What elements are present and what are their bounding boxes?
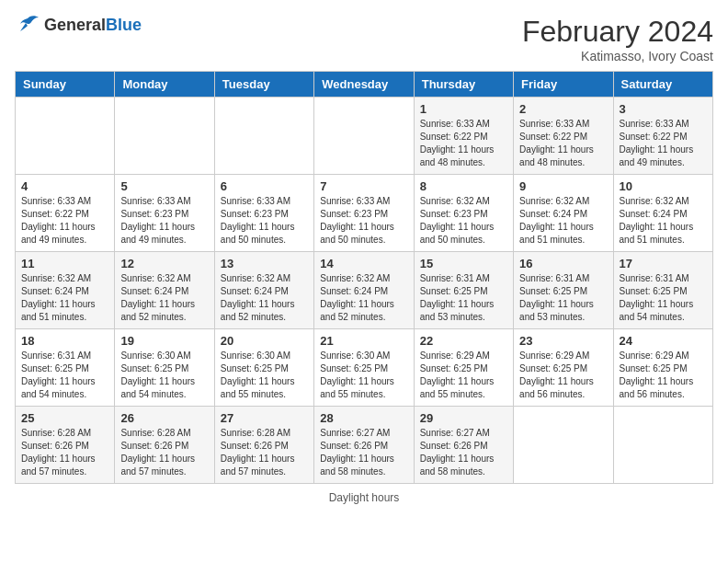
logo-blue: Blue [106, 16, 142, 34]
calendar-cell: 2Sunrise: 6:33 AM Sunset: 6:22 PM Daylig… [514, 98, 613, 175]
days-header-row: SundayMondayTuesdayWednesdayThursdayFrid… [16, 72, 713, 98]
day-detail: Sunrise: 6:28 AM Sunset: 6:26 PM Dayligh… [21, 427, 108, 478]
calendar-cell: 10Sunrise: 6:32 AM Sunset: 6:24 PM Dayli… [613, 175, 712, 252]
day-detail: Sunrise: 6:29 AM Sunset: 6:25 PM Dayligh… [620, 350, 707, 401]
logo-bird-icon [15, 15, 40, 35]
calendar-week-1: 1Sunrise: 6:33 AM Sunset: 6:22 PM Daylig… [16, 98, 713, 175]
day-number: 17 [620, 257, 707, 270]
calendar-cell: 8Sunrise: 6:32 AM Sunset: 6:23 PM Daylig… [414, 175, 513, 252]
day-number: 22 [420, 334, 507, 348]
day-detail: Sunrise: 6:32 AM Sunset: 6:24 PM Dayligh… [519, 195, 607, 247]
calendar-cell: 26Sunrise: 6:28 AM Sunset: 6:26 PM Dayli… [115, 407, 214, 484]
day-number: 7 [320, 179, 407, 193]
calendar-week-5: 25Sunrise: 6:28 AM Sunset: 6:26 PM Dayli… [16, 407, 713, 484]
day-detail: Sunrise: 6:32 AM Sunset: 6:24 PM Dayligh… [21, 272, 108, 324]
day-detail: Sunrise: 6:33 AM Sunset: 6:22 PM Dayligh… [21, 195, 108, 247]
day-number: 14 [320, 257, 407, 270]
footer-text: Daylight hours [329, 491, 400, 504]
day-detail: Sunrise: 6:32 AM Sunset: 6:23 PM Dayligh… [420, 195, 507, 247]
calendar-cell: 21Sunrise: 6:30 AM Sunset: 6:25 PM Dayli… [314, 329, 414, 407]
day-number: 21 [320, 334, 407, 348]
day-detail: Sunrise: 6:33 AM Sunset: 6:22 PM Dayligh… [420, 118, 507, 169]
day-number: 10 [620, 179, 707, 193]
day-number: 6 [221, 179, 308, 193]
day-number: 20 [221, 334, 308, 348]
title-block: February 2024 Katimasso, Ivory Coast [522, 15, 713, 63]
calendar-cell [16, 98, 115, 175]
calendar-cell: 28Sunrise: 6:27 AM Sunset: 6:26 PM Dayli… [314, 407, 414, 484]
day-number: 23 [519, 334, 607, 348]
day-detail: Sunrise: 6:31 AM Sunset: 6:25 PM Dayligh… [519, 272, 607, 324]
day-detail: Sunrise: 6:28 AM Sunset: 6:26 PM Dayligh… [120, 427, 208, 478]
calendar-title: February 2024 [522, 15, 713, 49]
day-number: 26 [120, 411, 208, 425]
calendar-subtitle: Katimasso, Ivory Coast [522, 49, 713, 63]
calendar-table: SundayMondayTuesdayWednesdayThursdayFrid… [15, 71, 713, 484]
calendar-cell: 27Sunrise: 6:28 AM Sunset: 6:26 PM Dayli… [214, 407, 313, 484]
day-header-friday: Friday [514, 72, 613, 98]
calendar-cell [314, 98, 414, 175]
day-detail: Sunrise: 6:33 AM Sunset: 6:22 PM Dayligh… [620, 118, 707, 169]
day-number: 2 [519, 102, 607, 116]
calendar-cell: 20Sunrise: 6:30 AM Sunset: 6:25 PM Dayli… [214, 329, 313, 407]
logo-general: General [44, 16, 106, 34]
day-detail: Sunrise: 6:33 AM Sunset: 6:23 PM Dayligh… [120, 195, 208, 247]
calendar-cell [514, 407, 613, 484]
calendar-cell: 7Sunrise: 6:33 AM Sunset: 6:23 PM Daylig… [314, 175, 414, 252]
calendar-cell: 23Sunrise: 6:29 AM Sunset: 6:25 PM Dayli… [514, 329, 613, 407]
day-number: 5 [120, 179, 208, 193]
day-number: 28 [320, 411, 407, 425]
day-number: 16 [519, 257, 607, 270]
calendar-cell: 1Sunrise: 6:33 AM Sunset: 6:22 PM Daylig… [414, 98, 513, 175]
day-detail: Sunrise: 6:29 AM Sunset: 6:25 PM Dayligh… [420, 350, 507, 401]
calendar-week-3: 11Sunrise: 6:32 AM Sunset: 6:24 PM Dayli… [16, 252, 713, 329]
day-header-sunday: Sunday [16, 72, 115, 98]
calendar-cell: 11Sunrise: 6:32 AM Sunset: 6:24 PM Dayli… [16, 252, 115, 329]
day-detail: Sunrise: 6:33 AM Sunset: 6:23 PM Dayligh… [221, 195, 308, 247]
day-detail: Sunrise: 6:30 AM Sunset: 6:25 PM Dayligh… [120, 350, 208, 401]
day-detail: Sunrise: 6:32 AM Sunset: 6:24 PM Dayligh… [620, 195, 707, 247]
day-detail: Sunrise: 6:28 AM Sunset: 6:26 PM Dayligh… [221, 427, 308, 478]
day-number: 11 [21, 257, 108, 270]
day-header-wednesday: Wednesday [314, 72, 414, 98]
calendar-week-2: 4Sunrise: 6:33 AM Sunset: 6:22 PM Daylig… [16, 175, 713, 252]
day-header-saturday: Saturday [613, 72, 712, 98]
calendar-cell: 15Sunrise: 6:31 AM Sunset: 6:25 PM Dayli… [414, 252, 513, 329]
day-number: 13 [221, 257, 308, 270]
logo-text: GeneralBlue [44, 16, 142, 35]
day-number: 1 [420, 102, 507, 116]
calendar-cell: 16Sunrise: 6:31 AM Sunset: 6:25 PM Dayli… [514, 252, 613, 329]
day-header-thursday: Thursday [414, 72, 513, 98]
day-detail: Sunrise: 6:32 AM Sunset: 6:24 PM Dayligh… [120, 272, 208, 324]
day-detail: Sunrise: 6:31 AM Sunset: 6:25 PM Dayligh… [21, 350, 108, 401]
calendar-cell: 6Sunrise: 6:33 AM Sunset: 6:23 PM Daylig… [214, 175, 313, 252]
day-detail: Sunrise: 6:32 AM Sunset: 6:24 PM Dayligh… [221, 272, 308, 324]
logo: GeneralBlue [15, 15, 142, 35]
calendar-cell: 17Sunrise: 6:31 AM Sunset: 6:25 PM Dayli… [613, 252, 712, 329]
day-header-monday: Monday [115, 72, 214, 98]
calendar-cell [214, 98, 313, 175]
calendar-cell: 18Sunrise: 6:31 AM Sunset: 6:25 PM Dayli… [16, 329, 115, 407]
calendar-cell: 29Sunrise: 6:27 AM Sunset: 6:26 PM Dayli… [414, 407, 513, 484]
day-number: 25 [21, 411, 108, 425]
footer: Daylight hours [15, 491, 713, 504]
day-detail: Sunrise: 6:32 AM Sunset: 6:24 PM Dayligh… [320, 272, 407, 324]
calendar-cell: 24Sunrise: 6:29 AM Sunset: 6:25 PM Dayli… [613, 329, 712, 407]
day-detail: Sunrise: 6:30 AM Sunset: 6:25 PM Dayligh… [221, 350, 308, 401]
calendar-cell: 9Sunrise: 6:32 AM Sunset: 6:24 PM Daylig… [514, 175, 613, 252]
day-number: 18 [21, 334, 108, 348]
day-number: 27 [221, 411, 308, 425]
calendar-cell: 12Sunrise: 6:32 AM Sunset: 6:24 PM Dayli… [115, 252, 214, 329]
day-number: 12 [120, 257, 208, 270]
day-number: 15 [420, 257, 507, 270]
calendar-cell: 5Sunrise: 6:33 AM Sunset: 6:23 PM Daylig… [115, 175, 214, 252]
day-detail: Sunrise: 6:33 AM Sunset: 6:23 PM Dayligh… [320, 195, 407, 247]
calendar-cell: 22Sunrise: 6:29 AM Sunset: 6:25 PM Dayli… [414, 329, 513, 407]
header: GeneralBlue February 2024 Katimasso, Ivo… [15, 15, 713, 63]
day-detail: Sunrise: 6:27 AM Sunset: 6:26 PM Dayligh… [320, 427, 407, 478]
calendar-cell: 25Sunrise: 6:28 AM Sunset: 6:26 PM Dayli… [16, 407, 115, 484]
calendar-cell: 3Sunrise: 6:33 AM Sunset: 6:22 PM Daylig… [613, 98, 712, 175]
calendar-cell: 19Sunrise: 6:30 AM Sunset: 6:25 PM Dayli… [115, 329, 214, 407]
calendar-week-4: 18Sunrise: 6:31 AM Sunset: 6:25 PM Dayli… [16, 329, 713, 407]
calendar-cell [613, 407, 712, 484]
